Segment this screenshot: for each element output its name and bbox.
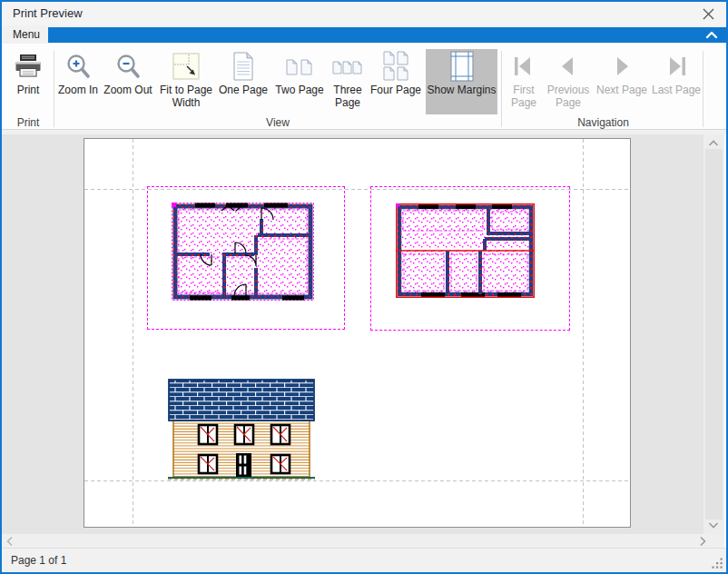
fit-page-width-icon (172, 53, 200, 80)
ribbon-header-bar[interactable] (48, 27, 726, 43)
title-bar: Print Preview (2, 2, 726, 25)
button-label: Show Margins (427, 84, 496, 96)
preview-page (84, 138, 631, 528)
scroll-down-icon[interactable] (708, 521, 719, 529)
one-page-button[interactable]: One Page (216, 49, 271, 114)
fit-to-page-width-button[interactable]: Fit to Page Width (156, 49, 216, 114)
button-label: One Page (219, 84, 268, 96)
button-label: Next Page (596, 84, 647, 96)
four-page-button[interactable]: Four Page (369, 49, 423, 114)
one-page-icon (231, 52, 255, 81)
close-button[interactable] (699, 5, 717, 22)
three-page-button[interactable]: Three Page (328, 49, 368, 114)
next-page-icon (609, 54, 635, 78)
zoom-out-button[interactable]: Zoom Out (102, 49, 154, 114)
preview-area[interactable] (2, 134, 703, 534)
group-label-navigation: Navigation (504, 116, 703, 129)
group-label-print: Print (7, 116, 49, 129)
floor-plan-left (172, 203, 314, 301)
group-label-view: View (56, 116, 499, 129)
button-label: Zoom In (58, 84, 98, 96)
vertical-scrollbar[interactable] (703, 134, 724, 534)
zoom-in-icon (65, 53, 91, 80)
menu-button[interactable]: Menu (13, 28, 40, 41)
button-label: Three Page (328, 84, 368, 109)
print-preview-window: Print Preview Menu Print (0, 0, 728, 574)
house-front-elevation (168, 379, 315, 480)
page-indicator: Page 1 of 1 (11, 554, 66, 567)
ribbon-toolbar: Print Zoom In Zoom Out (2, 44, 726, 130)
zoom-out-icon (115, 53, 141, 80)
next-page-button[interactable]: Next Page (593, 49, 651, 114)
group-separator (501, 51, 502, 127)
group-separator (54, 51, 54, 127)
button-label: Previous Page (544, 84, 593, 109)
button-label: Zoom Out (103, 84, 152, 96)
margin-line-left (133, 139, 133, 527)
three-page-icon (332, 52, 363, 81)
show-margins-button[interactable]: Show Margins (426, 49, 497, 114)
floor-plan-right (396, 203, 535, 298)
drawing-viewport-left (147, 186, 345, 330)
margin-line-right (583, 139, 584, 527)
scroll-left-icon[interactable] (6, 536, 14, 547)
show-margins-icon (448, 51, 476, 82)
button-label: Print (17, 84, 40, 96)
scroll-right-icon[interactable] (699, 536, 706, 547)
button-label: First Page (504, 84, 544, 109)
last-page-icon (664, 54, 689, 78)
first-page-icon (511, 54, 536, 78)
vertical-scrollbar-thumb[interactable] (705, 149, 723, 520)
window-title: Print Preview (13, 6, 83, 20)
close-icon (703, 8, 714, 20)
resize-grip[interactable] (711, 557, 723, 569)
two-page-icon (285, 52, 314, 81)
button-label: Fit to Page Width (156, 84, 216, 109)
four-page-icon (382, 51, 409, 82)
drawing-viewport-right (370, 186, 570, 331)
first-page-button[interactable]: First Page (504, 49, 544, 114)
printer-icon (15, 54, 42, 79)
chevron-up-icon[interactable] (705, 31, 718, 39)
previous-page-button[interactable]: Previous Page (544, 49, 593, 114)
button-label: Four Page (370, 84, 421, 96)
horizontal-scrollbar[interactable] (2, 534, 724, 548)
last-page-button[interactable]: Last Page (650, 49, 703, 114)
margin-line-bottom (84, 480, 630, 481)
menu-bar: Menu (2, 25, 726, 44)
group-separator (703, 51, 703, 127)
previous-page-icon (556, 54, 581, 78)
status-bar: Page 1 of 1 (2, 548, 726, 572)
scroll-up-icon[interactable] (708, 140, 719, 147)
button-label: Last Page (652, 84, 701, 96)
button-label: Two Page (275, 84, 323, 96)
two-page-button[interactable]: Two Page (271, 49, 328, 114)
print-button[interactable]: Print (7, 49, 49, 114)
zoom-in-button[interactable]: Zoom In (56, 49, 100, 114)
